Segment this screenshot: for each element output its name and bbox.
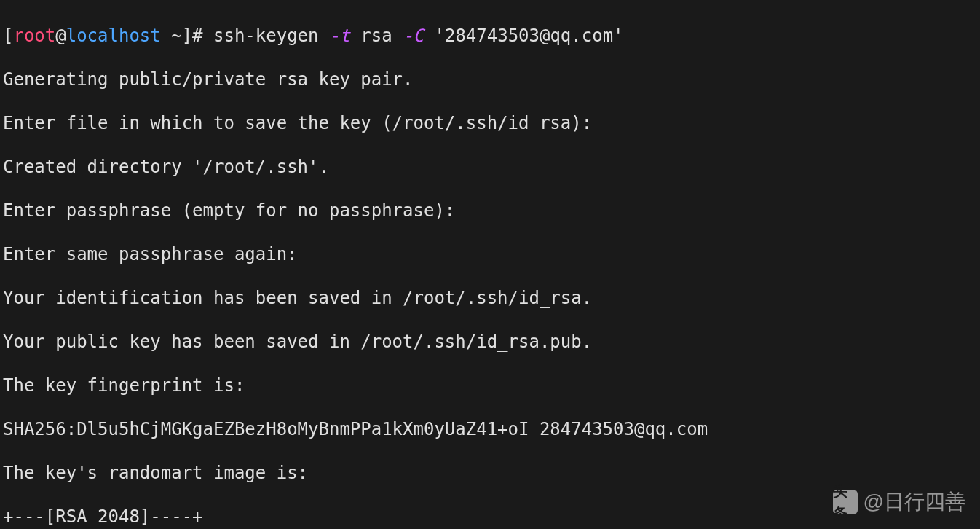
output-line: The key's randomart image is: (3, 462, 977, 484)
watermark: 头条 @日行四善 (833, 490, 965, 514)
output-line: Enter file in which to save the key (/ro… (3, 112, 977, 134)
prompt-user: root (13, 26, 55, 46)
command-arg-rsa: rsa (350, 26, 403, 46)
prompt-close-hash: ]# (182, 26, 213, 46)
output-line: Your public key has been saved in /root/… (3, 331, 977, 353)
prompt-open-bracket: [ (3, 26, 13, 46)
prompt-line-1: [root@localhost ~]# ssh-keygen -t rsa -C… (3, 25, 977, 47)
output-line: Enter passphrase (empty for no passphras… (3, 200, 977, 222)
output-line: Generating public/private rsa key pair. (3, 68, 977, 90)
command-flag-c: -C (403, 26, 424, 46)
output-line: Created directory '/root/.ssh'. (3, 156, 977, 178)
output-line: Your identification has been saved in /r… (3, 287, 977, 309)
prompt-at: @ (55, 26, 66, 46)
watermark-text: @日行四善 (864, 491, 965, 513)
prompt-host: localhost (66, 26, 161, 46)
output-line: The key fingerprint is: (3, 375, 977, 396)
output-fingerprint: SHA256:Dl5u5hCjMGKgaEZBezH8oMyBnmPPa1kXm… (3, 418, 977, 440)
terminal-output[interactable]: [root@localhost ~]# ssh-keygen -t rsa -C… (3, 3, 977, 529)
command-ssh-keygen: ssh-keygen (213, 26, 329, 46)
command-flag-t: -t (329, 26, 350, 46)
command-arg-email: '284743503@qq.com' (424, 26, 624, 46)
output-line: Enter same passphrase again: (3, 243, 977, 265)
watermark-logo-icon: 头条 (833, 490, 858, 514)
randomart-line: +---[RSA 2048]----+ (3, 506, 977, 528)
prompt-path: ~ (161, 26, 182, 46)
